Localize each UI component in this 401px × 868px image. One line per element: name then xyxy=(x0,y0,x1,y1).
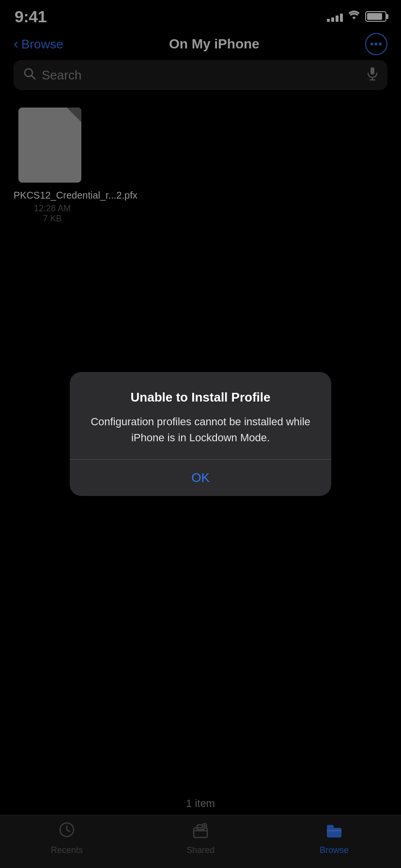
alert-dialog: Unable to Install Profile Configuration … xyxy=(70,372,331,496)
alert-actions: OK xyxy=(70,460,331,496)
modal-overlay: Unable to Install Profile Configuration … xyxy=(0,0,401,868)
alert-message: Configuration profiles cannot be install… xyxy=(87,414,314,446)
ok-button[interactable]: OK xyxy=(70,460,331,496)
alert-title: Unable to Install Profile xyxy=(87,389,314,406)
alert-content: Unable to Install Profile Configuration … xyxy=(70,372,331,459)
